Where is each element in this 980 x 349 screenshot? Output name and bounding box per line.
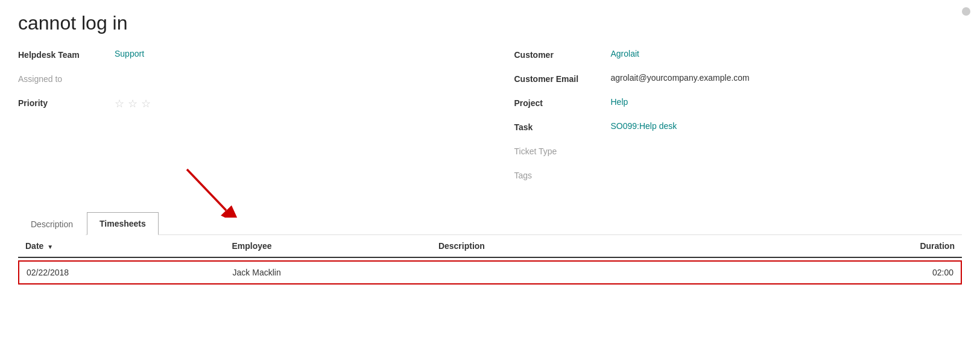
task-value[interactable]: SO099:Help desk [611,121,677,131]
star-3[interactable]: ☆ [141,97,151,110]
tabs-wrapper: Description Timesheets [18,212,962,235]
task-label: Task [514,121,611,132]
table-section: Date ▼ Employee Description Duration 02/… [18,235,962,285]
tags-row: Tags [514,169,963,186]
helpdesk-team-row: Helpdesk Team Support [18,49,466,66]
customer-value[interactable]: Agrolait [611,49,639,58]
col-header-employee: Employee [232,241,438,251]
helpdesk-team-label: Helpdesk Team [18,49,115,60]
assigned-to-label: Assigned to [18,73,115,84]
priority-row: Priority ☆ ☆ ☆ [18,97,466,114]
project-row: Project Help [514,97,963,114]
table-row[interactable]: 02/22/2018 Jack Macklin 02:00 [18,260,962,285]
customer-email-value: agrolait@yourcompany.example.com [611,73,750,83]
priority-stars[interactable]: ☆ ☆ ☆ [115,97,151,110]
project-value[interactable]: Help [611,97,628,107]
col-header-duration: Duration [852,241,955,251]
form-section: Helpdesk Team Support Assigned to Priori… [18,49,962,193]
tab-description[interactable]: Description [18,213,86,235]
form-right: Customer Agrolait Customer Email agrolai… [490,49,963,193]
priority-label: Priority [18,97,115,108]
tabs-header: Description Timesheets [18,212,962,235]
sort-arrow-icon: ▼ [47,244,53,250]
customer-label: Customer [514,49,611,60]
customer-row: Customer Agrolait [514,49,963,66]
assigned-to-row: Assigned to [18,73,466,90]
status-dot [962,7,970,16]
tab-timesheets[interactable]: Timesheets [87,212,159,235]
star-1[interactable]: ☆ [115,97,124,110]
ticket-type-label: Ticket Type [514,145,611,156]
col-header-description: Description [438,241,852,251]
task-row: Task SO099:Help desk [514,121,963,138]
star-2[interactable]: ☆ [128,97,138,110]
ticket-type-row: Ticket Type [514,145,963,162]
customer-email-label: Customer Email [514,73,611,84]
helpdesk-team-value[interactable]: Support [115,49,144,58]
col-header-date[interactable]: Date ▼ [25,241,232,251]
cell-duration: 02:00 [850,268,953,277]
table-header: Date ▼ Employee Description Duration [18,235,962,258]
form-left: Helpdesk Team Support Assigned to Priori… [18,49,490,193]
cell-employee: Jack Macklin [233,268,439,277]
project-label: Project [514,97,611,108]
customer-email-row: Customer Email agrolait@yourcompany.exam… [514,73,963,90]
cell-date: 02/22/2018 [27,268,233,277]
tags-label: Tags [514,169,611,180]
page-title: cannot log in [18,12,962,34]
